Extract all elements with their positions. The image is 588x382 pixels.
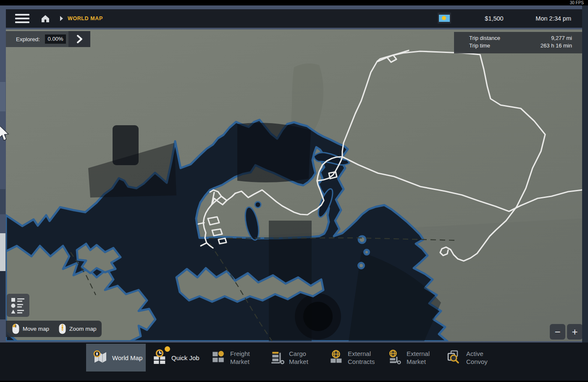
tab-freight-market[interactable]: Freight Market [205, 344, 264, 371]
trip-time-value: 263 h 16 min [541, 42, 572, 49]
tab-label: Cargo Market [289, 350, 320, 366]
left-edge-band [0, 233, 5, 271]
tab-external-market[interactable]: External Market [381, 344, 440, 371]
trip-distance-value: 9,277 mi [551, 35, 572, 41]
tab-label: External Contracts [348, 350, 379, 366]
world-map-panel: Explored: 0.00% Trip distance 9,277 mi T… [6, 29, 582, 341]
zoom-in-button[interactable]: + [567, 324, 582, 340]
explored-label: Explored: [16, 36, 40, 42]
tab-label: External Market [407, 350, 438, 366]
zoom-map-label: Zoom map [69, 326, 97, 332]
tab-label: Quick Job [171, 354, 200, 362]
tab-label: Active Convoy [466, 350, 497, 366]
menu-icon[interactable] [15, 14, 29, 23]
tab-world-map[interactable]: World Map [86, 344, 146, 371]
tab-label: Freight Market [230, 350, 261, 366]
mouse-wheel-icon [58, 323, 66, 335]
fps-counter: 30 FPS [570, 0, 584, 5]
legend-icon [10, 297, 26, 314]
explored-value: 0.00% [45, 34, 66, 44]
zoom-out-button[interactable]: − [550, 324, 565, 340]
tab-active-convoy[interactable]: Active Convoy [440, 344, 499, 371]
chevron-right-icon [75, 34, 84, 44]
tab-label: World Map [112, 354, 142, 362]
external-market-icon [387, 349, 402, 366]
left-edge-band [0, 189, 5, 214]
home-button[interactable] [40, 13, 50, 24]
mouse-left-button-icon [12, 323, 20, 335]
explored-bar: Explored: 0.00% [6, 31, 90, 47]
right-edge-band [582, 5, 588, 342]
breadcrumb-chevron-icon [60, 16, 63, 21]
tab-cargo-market[interactable]: Cargo Market [264, 344, 323, 371]
profile-flag[interactable] [438, 13, 451, 24]
flag-icon [439, 15, 450, 22]
home-icon [40, 13, 50, 24]
trip-distance-label: Trip distance [469, 35, 500, 41]
active-convoy-icon [446, 349, 462, 366]
tab-quick-job[interactable]: Quick Job [146, 344, 205, 371]
move-map-label: Move map [23, 326, 49, 332]
freight-market-icon [211, 349, 226, 366]
left-edge-band [0, 82, 5, 111]
notification-dot [165, 346, 170, 352]
external-contracts-icon [328, 349, 344, 366]
breadcrumb: WORLD MAP [68, 16, 103, 21]
tab-external-contracts[interactable]: External Contracts [323, 344, 381, 371]
window-frame: WORLD MAP $1,500 Mon 2:34 pm [0, 5, 588, 375]
top-bar: WORLD MAP $1,500 Mon 2:34 pm [6, 9, 582, 28]
quick-job-icon [152, 349, 167, 366]
mouse-cursor [0, 124, 10, 142]
explored-detail-button[interactable] [68, 31, 90, 47]
money-balance: $1,500 [468, 9, 520, 28]
world-map-icon [92, 349, 108, 366]
trip-time-label: Trip time [469, 42, 490, 49]
cargo-market-icon [270, 349, 285, 366]
trip-info-panel: Trip distance 9,277 mi Trip time 263 h 1… [454, 32, 582, 53]
game-clock: Mon 2:34 pm [536, 9, 571, 28]
bottom-nav: World Map Quick Job [0, 342, 588, 381]
map-legend-button[interactable] [7, 294, 29, 317]
world-map-canvas[interactable] [6, 29, 582, 341]
left-edge-band [0, 271, 5, 319]
map-controls-bar: Move map Zoom map [6, 321, 102, 337]
